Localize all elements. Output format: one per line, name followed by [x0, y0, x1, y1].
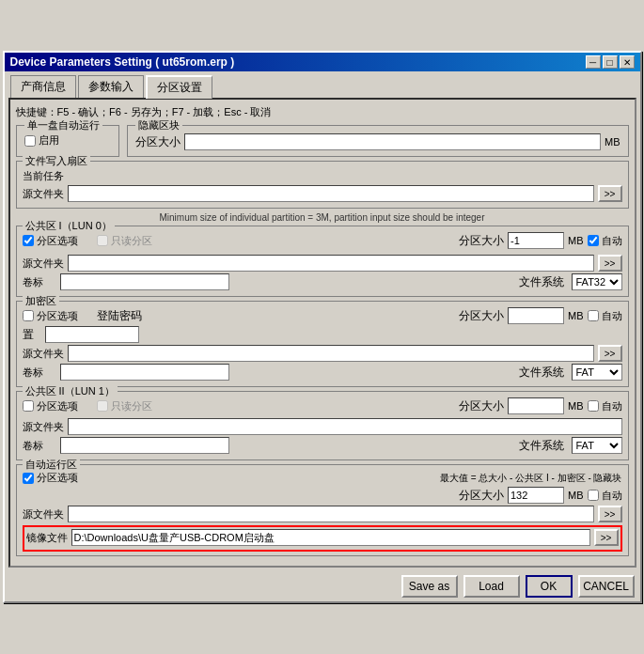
- image-file-row-outline: 镜像文件 >>: [23, 525, 622, 552]
- title-bar-buttons: ─ □ ✕: [586, 55, 635, 69]
- current-task-label: 当前任务: [23, 169, 64, 183]
- pz1-option-checkbox[interactable]: [23, 235, 34, 246]
- encrypt-zone-section: 加密区 分区选项 登陆密码 分区大小 MB 自动 置: [16, 301, 629, 387]
- pz2-option-checkbox[interactable]: [23, 400, 34, 412]
- maximize-button[interactable]: □: [603, 55, 618, 69]
- ez-source-folder-input[interactable]: [68, 345, 594, 362]
- single-disk-group: 单一盘自动运行 启用: [16, 125, 119, 157]
- ar-option-label[interactable]: 分区选项: [23, 471, 78, 485]
- ez-hint-label: 置: [23, 327, 41, 343]
- pz1-volume-input[interactable]: [60, 273, 229, 290]
- pz1-filesystem-select[interactable]: FAT32 FAT NTFS: [572, 273, 622, 290]
- source-folder-arrow-fw[interactable]: >>: [598, 185, 622, 202]
- ez-volume-input[interactable]: [60, 364, 229, 381]
- public-zone-1-label: 公共区 I（LUN 0）: [23, 219, 115, 233]
- ez-option-checkbox[interactable]: [23, 310, 34, 321]
- ar-partition-size-label: 分区大小: [459, 488, 504, 504]
- cancel-button[interactable]: CANCEL: [578, 575, 635, 598]
- ez-login-input[interactable]: [45, 326, 139, 343]
- shortcut-text: 快捷键：F5 - 确认；F6 - 另存为；F7 - 加载；Esc - 取消: [16, 105, 629, 119]
- pz2-partition-size-label: 分区大小: [459, 398, 504, 414]
- auto-run-section: 自动运行区 分区选项 最大值 = 总大小 - 公共区 I - 加密区 - 隐藏块…: [16, 464, 629, 556]
- public-zone-2-label: 公共区 II（LUN 1）: [23, 384, 118, 398]
- pz1-filesystem-label: 文件系统: [519, 274, 564, 290]
- ar-option-checkbox[interactable]: [23, 473, 34, 484]
- window-title: Device Parameters Setting ( ut65rom.erp …: [10, 55, 235, 69]
- pz1-mb-label: MB: [568, 235, 584, 246]
- tab-manufacturer[interactable]: 产商信息: [10, 75, 76, 98]
- ez-source-arrow[interactable]: >>: [598, 345, 622, 362]
- pz1-source-folder-label: 源文件夹: [23, 257, 64, 271]
- pz2-auto-label[interactable]: 自动: [588, 399, 622, 413]
- ez-filesystem-select[interactable]: FAT FAT32 NTFS: [572, 364, 622, 381]
- hidden-block-group: 隐藏区块 分区大小 MB: [127, 125, 629, 157]
- title-bar: Device Parameters Setting ( ut65rom.erp …: [5, 53, 640, 71]
- pz2-filesystem-select[interactable]: FAT FAT32 NTFS: [572, 437, 622, 454]
- tab-params[interactable]: 参数输入: [78, 75, 144, 98]
- single-disk-checkbox[interactable]: [24, 135, 36, 147]
- pz2-mb-label: MB: [568, 400, 584, 412]
- tab-content: 快捷键：F5 - 确认；F6 - 另存为；F7 - 加载；Esc - 取消 单一…: [8, 98, 636, 568]
- pz2-source-folder-label: 源文件夹: [23, 420, 64, 434]
- pz2-source-folder-input[interactable]: [68, 418, 622, 435]
- file-write-section: 文件写入扇区 当前任务 源文件夹 >>: [16, 161, 629, 209]
- ez-mb-label: MB: [568, 310, 584, 321]
- hidden-mb-label: MB: [605, 136, 620, 148]
- ez-login-pwd-label: 登陆密码: [97, 308, 142, 324]
- public-zone-1-section: 公共区 I（LUN 0） 分区选项 只读分区 分区大小 MB 自动: [16, 226, 629, 297]
- file-write-label: 文件写入扇区: [23, 154, 90, 168]
- pz2-filesystem-label: 文件系统: [519, 438, 564, 454]
- ez-source-folder-label: 源文件夹: [23, 347, 64, 361]
- ez-auto-label[interactable]: 自动: [588, 309, 622, 323]
- pz1-readonly-label[interactable]: 只读分区: [97, 234, 152, 248]
- ar-source-arrow[interactable]: >>: [598, 506, 622, 522]
- ar-image-file-input[interactable]: [71, 529, 590, 546]
- top-section: 单一盘自动运行 启用 隐藏区块 分区大小 MB: [16, 125, 629, 157]
- source-folder-input-fw[interactable]: [68, 185, 594, 202]
- pz1-auto-checkbox[interactable]: [588, 235, 599, 246]
- load-button[interactable]: Load: [463, 575, 520, 598]
- ar-partition-size-input[interactable]: [508, 487, 564, 504]
- hidden-block-label: 隐藏区块: [135, 118, 182, 132]
- ar-source-folder-input[interactable]: [68, 506, 594, 522]
- ok-button[interactable]: OK: [526, 575, 573, 598]
- ez-auto-checkbox[interactable]: [588, 310, 599, 321]
- public-zone-2-section: 公共区 II（LUN 1） 分区选项 只读分区 分区大小 MB 自动: [16, 391, 629, 460]
- pz1-volume-label: 卷标: [23, 275, 56, 289]
- pz2-partition-size-input[interactable]: [508, 397, 564, 414]
- pz1-option-label[interactable]: 分区选项: [23, 234, 78, 248]
- pz2-option-label[interactable]: 分区选项: [23, 399, 78, 413]
- pz1-auto-label[interactable]: 自动: [588, 234, 622, 248]
- pz2-auto-checkbox[interactable]: [588, 400, 599, 412]
- ez-partition-size-input[interactable]: [508, 307, 564, 324]
- tab-partition[interactable]: 分区设置: [146, 75, 212, 99]
- pz2-volume-label: 卷标: [23, 439, 56, 453]
- ar-source-folder-label: 源文件夹: [23, 507, 64, 522]
- minimize-button[interactable]: ─: [586, 55, 601, 69]
- hidden-partition-size-label: 分区大小: [135, 134, 181, 150]
- pz2-readonly-checkbox[interactable]: [97, 400, 108, 412]
- bottom-buttons: Save as Load OK CANCEL: [5, 571, 640, 601]
- pz2-readonly-label[interactable]: 只读分区: [97, 399, 152, 413]
- save-as-button[interactable]: Save as: [401, 575, 458, 598]
- ar-auto-label[interactable]: 自动: [588, 489, 622, 503]
- tabs-bar: 产商信息 参数输入 分区设置: [5, 71, 640, 98]
- pz1-source-folder-input[interactable]: [68, 255, 594, 272]
- close-button[interactable]: ✕: [620, 55, 635, 69]
- pz2-volume-input[interactable]: [60, 437, 229, 454]
- ar-image-file-arrow[interactable]: >>: [594, 529, 619, 546]
- encrypt-zone-label: 加密区: [23, 294, 59, 308]
- single-disk-label: 单一盘自动运行: [24, 118, 102, 132]
- hidden-partition-size-input[interactable]: [184, 133, 602, 150]
- pz1-readonly-checkbox[interactable]: [97, 235, 108, 246]
- single-disk-checkbox-label[interactable]: 启用: [24, 133, 111, 148]
- pz1-source-arrow[interactable]: >>: [598, 255, 622, 272]
- ez-filesystem-label: 文件系统: [519, 365, 564, 381]
- ez-option-label[interactable]: 分区选项: [23, 309, 78, 323]
- pz1-partition-size-input[interactable]: [508, 232, 564, 249]
- ar-formula-label: 最大值 = 总大小 - 公共区 I - 加密区 - 隐藏块: [440, 472, 622, 485]
- ar-image-file-label: 镜像文件: [26, 531, 68, 545]
- ar-auto-checkbox[interactable]: [588, 490, 599, 501]
- ar-mb-label: MB: [568, 490, 584, 501]
- pz1-partition-size-label: 分区大小: [459, 233, 504, 249]
